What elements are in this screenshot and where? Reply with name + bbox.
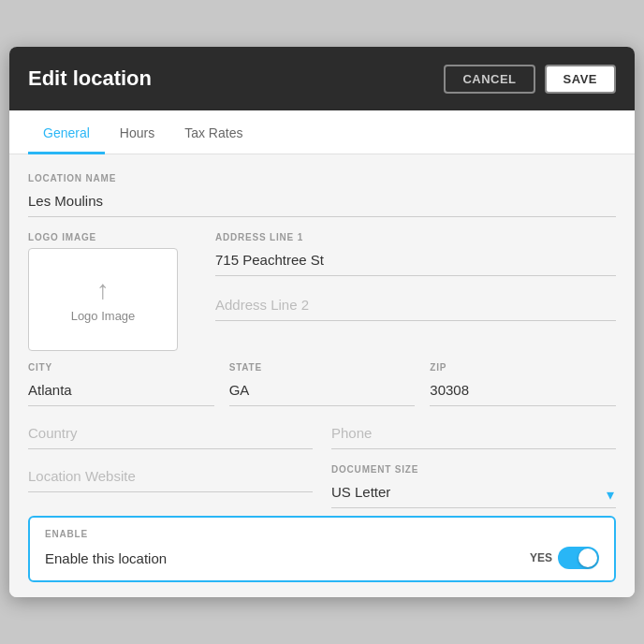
location-name-group: LOCATION NAME xyxy=(28,173,616,217)
website-docsize-row: DOCUMENT SIZE US Letter A4 Legal ▾ xyxy=(28,464,616,508)
city-state-zip-row: CITY STATE ZIP xyxy=(28,362,616,406)
website-group xyxy=(28,464,313,508)
tabs-bar: General Hours Tax Rates xyxy=(9,110,635,154)
logo-col: LOGO IMAGE ↑ Logo Image xyxy=(28,232,197,351)
cancel-button[interactable]: CANCEL xyxy=(444,65,534,94)
document-size-group: DOCUMENT SIZE US Letter A4 Legal ▾ xyxy=(331,464,616,508)
form-body: LOCATION NAME LOGO IMAGE ↑ Logo Image AD… xyxy=(9,154,635,597)
tab-tax-rates[interactable]: Tax Rates xyxy=(169,110,257,154)
phone-input[interactable] xyxy=(331,421,616,449)
document-size-select[interactable]: US Letter A4 Legal xyxy=(331,480,616,508)
zip-input[interactable] xyxy=(430,378,616,406)
document-size-label: DOCUMENT SIZE xyxy=(331,464,616,475)
country-phone-row xyxy=(28,421,616,449)
logo-upload-box[interactable]: ↑ Logo Image xyxy=(28,248,178,351)
enable-toggle[interactable] xyxy=(558,547,599,569)
tab-general[interactable]: General xyxy=(28,110,105,154)
location-name-input[interactable] xyxy=(28,189,616,217)
city-input[interactable] xyxy=(28,378,214,406)
header-buttons: CANCEL SAVE xyxy=(444,65,616,94)
country-input[interactable] xyxy=(28,421,313,449)
country-group xyxy=(28,421,313,449)
state-input[interactable] xyxy=(229,378,416,406)
location-name-label: LOCATION NAME xyxy=(28,173,616,183)
address2-group xyxy=(215,293,616,321)
logo-address-row: LOGO IMAGE ↑ Logo Image ADDRESS LINE 1 xyxy=(28,232,616,351)
enable-row: Enable this location YES xyxy=(45,547,599,569)
address-col: ADDRESS LINE 1 xyxy=(215,232,616,351)
zip-label: ZIP xyxy=(430,362,616,373)
address2-input[interactable] xyxy=(215,293,616,321)
modal-header: Edit location CANCEL SAVE xyxy=(9,47,635,110)
toggle-yes-label: YES xyxy=(530,551,552,564)
logo-label: LOGO IMAGE xyxy=(28,232,197,242)
city-label: CITY xyxy=(28,362,214,373)
website-input[interactable] xyxy=(28,464,313,492)
enable-section: ENABLE Enable this location YES xyxy=(28,516,616,582)
tab-hours[interactable]: Hours xyxy=(105,110,169,154)
enable-section-label: ENABLE xyxy=(45,529,599,539)
document-size-wrapper: US Letter A4 Legal ▾ xyxy=(331,480,616,508)
city-group: CITY xyxy=(28,362,214,406)
state-group: STATE xyxy=(229,362,416,406)
edit-location-modal: Edit location CANCEL SAVE General Hours … xyxy=(9,47,635,597)
save-button[interactable]: SAVE xyxy=(545,65,616,94)
address1-input[interactable] xyxy=(215,248,616,276)
logo-upload-label: Logo Image xyxy=(71,309,136,323)
enable-location-text: Enable this location xyxy=(45,550,167,566)
address1-group: ADDRESS LINE 1 xyxy=(215,232,616,276)
toggle-wrapper: YES xyxy=(530,547,599,569)
upload-icon: ↑ xyxy=(96,277,110,303)
state-label: STATE xyxy=(229,362,416,373)
phone-group xyxy=(331,421,616,449)
modal-title: Edit location xyxy=(28,66,152,91)
toggle-knob xyxy=(578,549,597,567)
zip-group: ZIP xyxy=(430,362,616,406)
address1-label: ADDRESS LINE 1 xyxy=(215,232,616,242)
